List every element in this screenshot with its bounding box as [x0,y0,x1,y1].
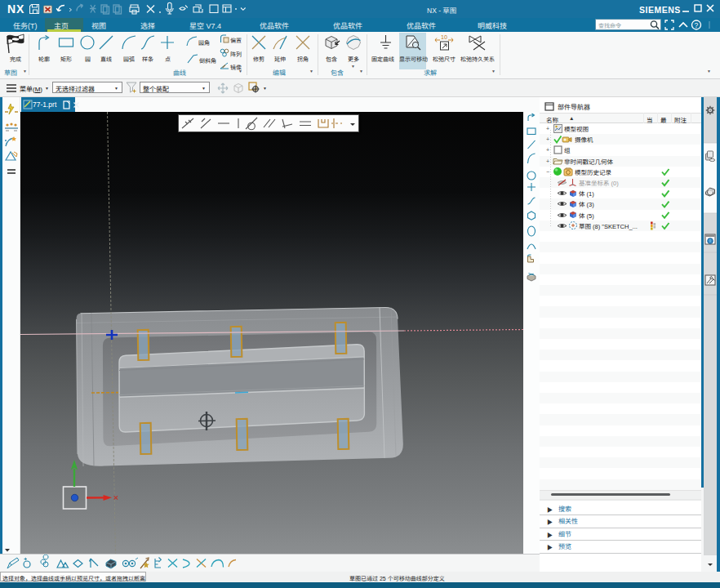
svg-text:?: ? [695,21,699,29]
svg-text:10: 10 [441,34,447,40]
